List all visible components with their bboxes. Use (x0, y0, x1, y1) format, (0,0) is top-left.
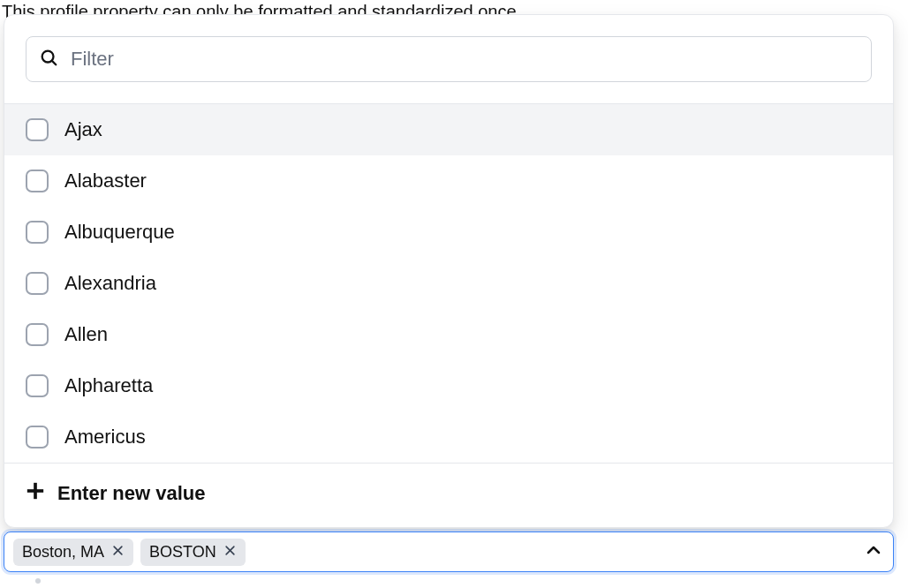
option-label: Ajax (64, 118, 102, 141)
option-label: Albuquerque (64, 221, 175, 244)
option-row[interactable]: Allen (4, 309, 893, 360)
close-icon[interactable] (223, 543, 237, 562)
enter-new-value-button[interactable]: Enter new value (4, 463, 893, 527)
decorative-dot (35, 578, 41, 584)
option-label: Alabaster (64, 170, 147, 192)
selected-chip: BOSTON (140, 539, 246, 566)
filter-input[interactable] (69, 47, 859, 72)
option-label: Americus (64, 426, 146, 449)
dropdown-panel: AjaxAlabasterAlbuquerqueAlexandriaAllenA… (4, 14, 894, 528)
option-row[interactable]: Alexandria (4, 258, 893, 309)
option-row[interactable]: Ajax (4, 104, 893, 155)
close-icon[interactable] (111, 543, 125, 562)
option-checkbox[interactable] (26, 118, 49, 141)
search-area (4, 15, 893, 103)
chevron-up-icon[interactable] (863, 539, 884, 564)
option-row[interactable]: Alpharetta (4, 360, 893, 411)
enter-new-value-label: Enter new value (57, 482, 206, 505)
filter-input-wrap[interactable] (26, 36, 872, 82)
chip-label: Boston, MA (22, 543, 104, 562)
option-row[interactable]: Alabaster (4, 155, 893, 207)
option-checkbox[interactable] (26, 374, 49, 397)
chip-label: BOSTON (149, 543, 216, 562)
svg-line-1 (52, 61, 56, 64)
option-checkbox[interactable] (26, 323, 49, 346)
option-checkbox[interactable] (26, 170, 49, 192)
option-row[interactable]: Americus (4, 411, 893, 463)
option-label: Allen (64, 323, 108, 346)
option-checkbox[interactable] (26, 221, 49, 244)
option-checkbox[interactable] (26, 426, 49, 449)
search-icon (39, 48, 58, 71)
multiselect-field[interactable]: Boston, MABOSTON (4, 531, 894, 572)
option-checkbox[interactable] (26, 272, 49, 295)
option-label: Alpharetta (64, 374, 153, 397)
plus-icon (26, 481, 45, 506)
option-row[interactable]: Albuquerque (4, 207, 893, 258)
option-label: Alexandria (64, 272, 156, 295)
selected-chip: Boston, MA (13, 539, 133, 566)
svg-rect-3 (27, 489, 43, 493)
options-list[interactable]: AjaxAlabasterAlbuquerqueAlexandriaAllenA… (4, 103, 893, 463)
